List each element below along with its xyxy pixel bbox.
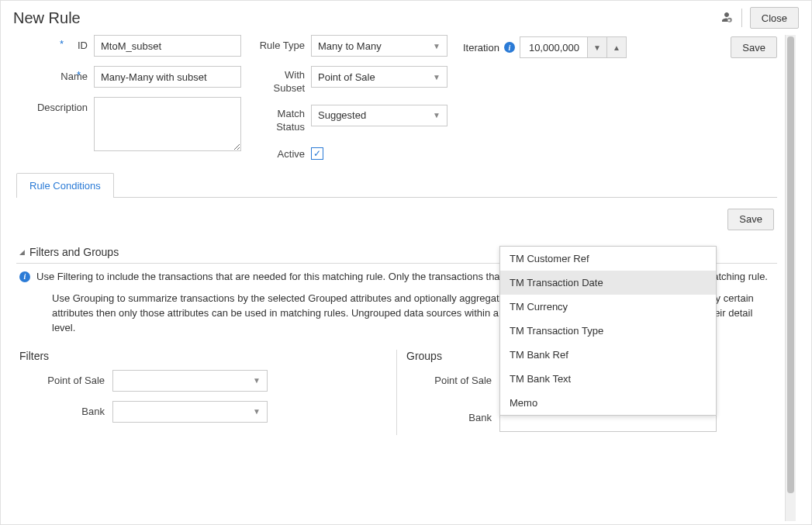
name-input[interactable] [94, 66, 241, 88]
settings-personalization-icon[interactable] [720, 10, 734, 26]
match-status-select[interactable]: Suggested ▼ [311, 105, 447, 126]
iteration-label: Iteration [463, 42, 499, 54]
scrollbar-thumb[interactable] [787, 36, 794, 493]
name-field: Name [16, 66, 241, 88]
filters-title: Filters [19, 350, 387, 362]
active-field: Active ✓ [257, 143, 447, 160]
active-checkbox[interactable]: ✓ [311, 147, 323, 160]
tabs-bar: Rule Conditions [16, 172, 777, 198]
vertical-separator [396, 350, 397, 435]
page-title: New Rule [13, 9, 720, 27]
rule-type-select[interactable]: Many to Many ▼ [311, 35, 447, 57]
filters-bank-row: Bank ▼ [19, 401, 387, 423]
groups-column: Groups Point of Sale TM Customer Ref TM … [406, 350, 774, 441]
chevron-down-icon: ▼ [253, 407, 261, 416]
filters-groups-area: Filters Point of Sale ▼ Bank ▼ Groups Po… [16, 350, 777, 441]
match-status-value: Suggested [318, 109, 366, 121]
info-icon[interactable]: i [504, 42, 515, 53]
filters-column: Filters Point of Sale ▼ Bank ▼ [19, 350, 387, 441]
iteration-decrement[interactable]: ▼ [587, 36, 607, 58]
description-label: Description [16, 97, 94, 113]
name-label: Name [16, 66, 94, 82]
description-input[interactable] [94, 97, 241, 151]
filters-pos-label: Point of Sale [19, 370, 112, 386]
id-label: ID [16, 35, 94, 51]
header-actions: Close [720, 7, 799, 29]
dropdown-item[interactable]: TM Currency [500, 295, 716, 319]
chevron-down-icon: ▼ [433, 111, 441, 119]
groups-pos-row: Point of Sale TM Customer Ref TM Transac… [406, 370, 774, 395]
groups-bank-label: Bank [406, 407, 499, 423]
chevron-down-icon: ▼ [433, 42, 441, 50]
dropdown-item[interactable]: TM Transaction Type [500, 319, 716, 343]
rule-type-label: Rule Type [257, 35, 311, 51]
match-status-field: Match Status Suggested ▼ [257, 105, 447, 134]
chevron-down-icon: ▼ [433, 73, 441, 81]
description-field: Description [16, 97, 241, 151]
rule-type-field: Rule Type Many to Many ▼ [257, 35, 447, 57]
save-button-section[interactable]: Save [727, 209, 774, 230]
id-input[interactable] [94, 35, 241, 57]
filters-bank-select[interactable]: ▼ [112, 401, 268, 423]
filters-bank-label: Bank [19, 401, 112, 417]
id-field: ID [16, 35, 241, 57]
filters-pos-row: Point of Sale ▼ [19, 370, 387, 392]
active-label: Active [257, 143, 311, 160]
with-subset-field: With Subset Point of Sale ▼ [257, 66, 447, 95]
iteration-increment[interactable]: ▲ [606, 36, 627, 58]
divider [741, 9, 742, 27]
iteration-spinner: 10,000,000 ▼ ▲ [520, 36, 627, 58]
content-area: ID Name Description Rule Type Many to Ma… [1, 35, 811, 521]
close-button[interactable]: Close [750, 7, 799, 29]
dropdown-item[interactable]: TM Bank Text [500, 367, 716, 391]
groups-pos-dropdown: TM Customer Ref TM Transaction Date TM C… [499, 246, 717, 416]
collapse-icon: ◢ [19, 248, 25, 256]
match-status-label: Match Status [257, 105, 311, 134]
header-bar: New Rule Close [1, 1, 811, 35]
groups-pos-label: Point of Sale [406, 370, 499, 386]
filters-pos-select[interactable]: ▼ [112, 370, 268, 392]
dropdown-item[interactable]: Memo [500, 391, 716, 415]
with-subset-select[interactable]: Point of Sale ▼ [311, 66, 447, 88]
info-icon: i [19, 271, 30, 282]
with-subset-value: Point of Sale [318, 71, 375, 83]
with-subset-label: With Subset [257, 66, 311, 95]
rule-type-value: Many to Many [318, 40, 382, 52]
chevron-down-icon: ▼ [253, 376, 261, 385]
scrollbar[interactable] [785, 35, 796, 521]
dropdown-item[interactable]: TM Bank Ref [500, 343, 716, 367]
dropdown-item[interactable]: TM Customer Ref [500, 247, 716, 271]
tab-rule-conditions[interactable]: Rule Conditions [16, 173, 114, 198]
filters-groups-title: Filters and Groups [29, 246, 119, 258]
save-button-top[interactable]: Save [731, 36, 777, 58]
dropdown-item[interactable]: TM Transaction Date [500, 271, 716, 295]
iteration-value[interactable]: 10,000,000 [520, 36, 588, 58]
